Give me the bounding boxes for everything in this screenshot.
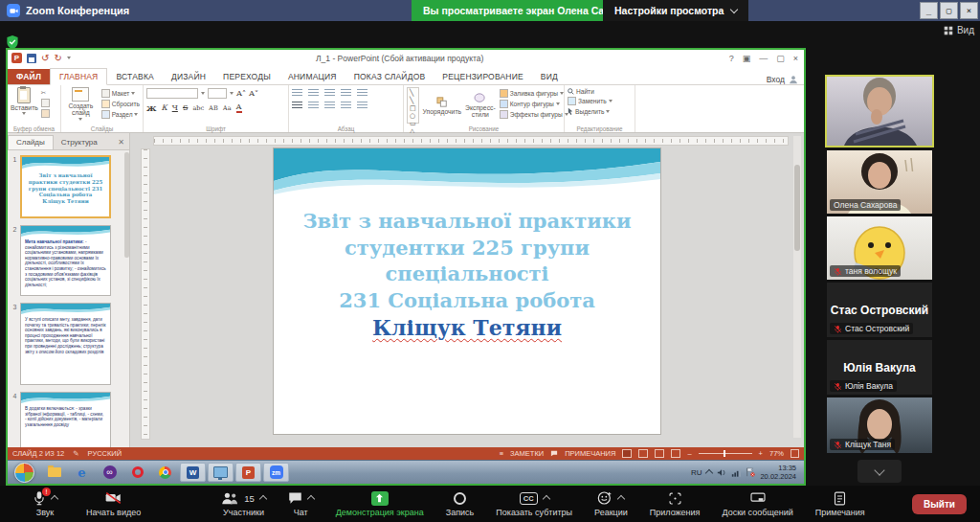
increase-indent-button[interactable] <box>341 89 351 97</box>
start-button[interactable] <box>14 463 34 483</box>
close-button[interactable]: × <box>960 2 978 19</box>
tab-slides-thumbnails[interactable]: Слайды <box>8 135 54 149</box>
shrink-font-button[interactable]: А˅ <box>249 89 258 98</box>
infinity-app-icon[interactable]: ∞ <box>97 463 122 482</box>
zoom-slider[interactable] <box>699 453 752 454</box>
participants-button[interactable]: 15 Участники <box>221 490 266 517</box>
slide-thumb-2[interactable]: 2 Мета навчальної практики: - ознайомити… <box>10 225 127 296</box>
chat-button[interactable]: Чат <box>288 490 314 517</box>
clock[interactable]: 13:35 20.02.2024 <box>760 464 796 481</box>
tray-expand-icon[interactable] <box>705 469 713 477</box>
ppt-restore-button[interactable]: ▢ <box>776 54 785 63</box>
captions-button[interactable]: CC Показать субтитры <box>496 490 572 517</box>
ppt-minimize-button[interactable]: — <box>759 54 768 63</box>
annotations-button[interactable]: Примечания <box>815 490 865 517</box>
zoom-taskbar-icon[interactable]: zm <box>263 463 289 482</box>
restore-button[interactable]: ▢ <box>940 2 958 19</box>
copy-button[interactable] <box>41 99 50 107</box>
justify-button[interactable] <box>341 102 351 109</box>
strikethrough-button[interactable]: S <box>183 103 188 112</box>
font-size-combobox[interactable] <box>208 88 227 99</box>
chat-options-icon[interactable] <box>307 495 315 503</box>
shape-effects-button[interactable]: Эффекты фигуры <box>500 110 568 119</box>
arrange-button[interactable]: Упорядочить <box>423 87 461 124</box>
tab-review[interactable]: РЕЦЕНЗИРОВАНИЕ <box>434 69 532 84</box>
whiteboards-button[interactable]: Доски сообщений <box>722 490 792 517</box>
action-center-flag-icon[interactable] <box>746 467 755 477</box>
start-video-button[interactable]: Начать видео <box>86 490 141 517</box>
slide-thumb-1[interactable]: 1 Звіт з навчальної практики студентки 2… <box>10 155 127 218</box>
paste-button[interactable]: Вставить <box>11 87 38 124</box>
participant-tile-speaker[interactable] <box>825 75 934 148</box>
participant-tile-olena[interactable]: Олена Сахарова <box>827 150 932 214</box>
redo-icon[interactable]: ↻ <box>54 54 61 63</box>
minimize-button[interactable]: _ <box>920 2 938 19</box>
language-indicator[interactable]: РУССКИЙ <box>88 449 122 458</box>
slideshow-view-button[interactable] <box>671 449 680 458</box>
align-center-button[interactable] <box>308 102 319 109</box>
tab-animations[interactable]: АНИМАЦИЯ <box>279 69 345 84</box>
close-panel-icon[interactable]: ✕ <box>113 138 129 149</box>
tab-transitions[interactable]: ПЕРЕХОДЫ <box>214 69 279 84</box>
slide-canvas[interactable]: Звіт з навчальної практики студентки 225… <box>274 148 660 434</box>
powerpoint-taskbar-icon[interactable]: P <box>235 463 261 482</box>
spellcheck-icon[interactable]: ✎ <box>73 449 78 458</box>
clear-formatting-button[interactable]: abc <box>192 104 204 112</box>
collapse-participants-button[interactable] <box>858 460 902 483</box>
audio-options-icon[interactable] <box>51 495 58 503</box>
layout-button[interactable]: Макет <box>101 89 140 98</box>
share-screen-button[interactable]: Демонстрация экрана <box>336 490 424 517</box>
columns-button[interactable] <box>357 102 368 109</box>
replace-button[interactable]: Заменить <box>568 97 632 105</box>
font-color-button[interactable]: А <box>236 102 242 113</box>
zoom-out-button[interactable]: – <box>687 449 691 458</box>
shape-outline-button[interactable]: Контур фигуры <box>500 100 568 108</box>
help-button[interactable]: ? <box>729 54 734 63</box>
quick-styles-button[interactable]: Экспресс-стили <box>465 87 496 124</box>
view-layout-button[interactable]: Вид <box>944 25 974 35</box>
view-settings-dropdown[interactable]: Настройки просмотра <box>603 0 748 21</box>
bullets-button[interactable] <box>292 89 302 97</box>
slide-sorter-view-button[interactable] <box>638 449 648 458</box>
reactions-button[interactable]: Реакции <box>594 490 628 517</box>
editor-scrollbar[interactable] <box>793 136 801 438</box>
slide-thumb-4[interactable]: 4 В додатки включаються: - зразки зібран… <box>10 392 127 447</box>
underline-button[interactable]: Ч <box>172 103 178 112</box>
record-button[interactable]: Запись <box>446 490 475 517</box>
font-name-combobox[interactable] <box>146 88 198 99</box>
save-icon[interactable] <box>27 54 36 63</box>
explorer-icon[interactable] <box>41 463 67 482</box>
ribbon-options-button[interactable]: ▣ <box>743 54 751 63</box>
shape-fill-button[interactable]: Заливка фигуры <box>500 89 568 98</box>
align-right-button[interactable] <box>324 102 335 109</box>
opera-icon[interactable] <box>124 463 150 482</box>
tab-insert[interactable]: ВСТАВКА <box>107 69 163 84</box>
leave-meeting-button[interactable]: Выйти <box>912 494 967 514</box>
ppt-close-button[interactable]: × <box>793 54 798 63</box>
bold-button[interactable]: Ж <box>146 103 157 113</box>
participant-tile-klishchuk[interactable]: Кліщук Таня <box>827 397 932 453</box>
format-painter-button[interactable] <box>41 109 50 118</box>
tab-outline[interactable]: Структура <box>54 136 105 149</box>
participant-tile-stas[interactable]: Стас Островский Стас Островский <box>827 283 932 337</box>
network-icon[interactable] <box>731 468 741 477</box>
find-button[interactable]: Найти <box>568 88 632 95</box>
internet-explorer-icon[interactable]: e <box>69 463 95 482</box>
captions-options-icon[interactable] <box>542 495 549 503</box>
line-spacing-button[interactable] <box>357 89 368 97</box>
zoom-in-button[interactable]: + <box>759 449 763 458</box>
reactions-options-icon[interactable] <box>617 495 625 503</box>
fit-to-window-button[interactable] <box>791 449 799 458</box>
participant-tile-tanya-v[interactable]: таня волощук <box>827 216 932 280</box>
slide-thumb-3[interactable]: 3 У вступі описати мету, завдання, дати … <box>10 303 127 385</box>
tab-file[interactable]: ФАЙЛ <box>8 69 50 84</box>
italic-button[interactable]: К <box>162 103 167 112</box>
grow-font-button[interactable]: А˄ <box>236 89 246 98</box>
decrease-indent-button[interactable] <box>324 89 335 97</box>
participant-tile-yulia[interactable]: Юлія Вакула Юлія Вакула <box>827 340 932 395</box>
tab-slideshow[interactable]: ПОКАЗ СЛАЙДОВ <box>345 69 434 84</box>
comments-toggle[interactable]: ПРИМЕЧАНИЯ <box>565 449 615 458</box>
signin-label[interactable]: Вход <box>767 75 785 84</box>
reading-view-button[interactable] <box>655 449 664 458</box>
audio-button[interactable]: ! Звук <box>33 490 57 517</box>
